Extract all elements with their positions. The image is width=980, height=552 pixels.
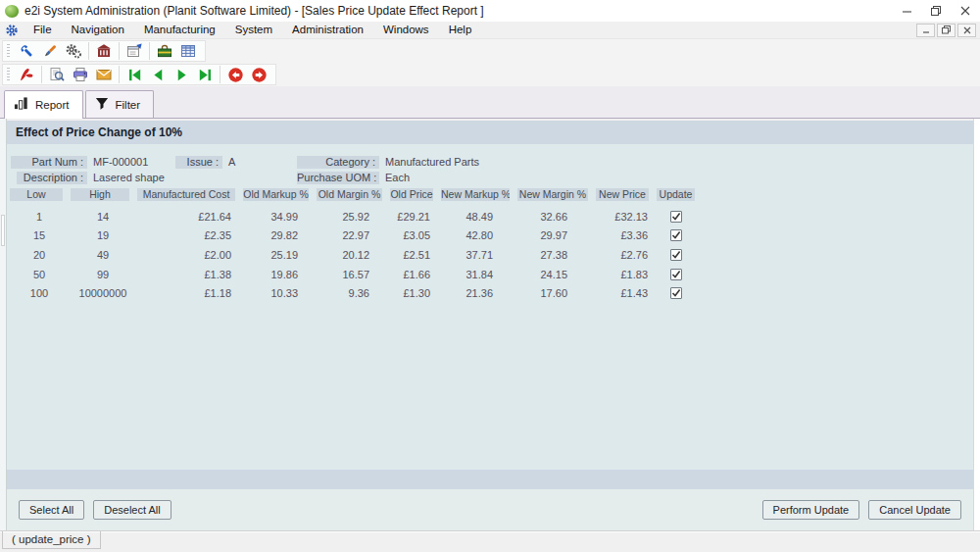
mdi-restore-button[interactable] xyxy=(937,24,956,37)
cell-low: 1 xyxy=(9,211,70,223)
tab-label: Report xyxy=(35,99,70,111)
menu-bar: File Navigation Manufacturing System Adm… xyxy=(0,22,980,39)
update-checkbox[interactable] xyxy=(670,249,682,261)
form-arrow-icon[interactable] xyxy=(122,41,146,61)
field-label-issue: Issue : xyxy=(175,156,222,169)
cancel-update-button[interactable]: Cancel Update xyxy=(868,500,961,520)
cell-new-margin: 29.97 xyxy=(516,229,595,241)
window-title: e2i System Administration (Planit Softwa… xyxy=(24,4,484,18)
cell-high: 19 xyxy=(70,229,136,241)
update-checkbox[interactable] xyxy=(670,287,682,299)
table-grid-icon[interactable] xyxy=(176,41,200,61)
column-header-manufactured-cost: Manufactured Cost xyxy=(137,188,235,201)
toolbar-gripper[interactable] xyxy=(7,68,10,82)
update-checkbox[interactable] xyxy=(670,269,682,280)
back-icon[interactable] xyxy=(223,65,247,84)
cell-old-markup: 25.19 xyxy=(242,249,316,261)
menu-help[interactable]: Help xyxy=(439,22,482,38)
factory-icon[interactable] xyxy=(92,41,116,61)
select-all-button[interactable]: Select All xyxy=(19,500,84,520)
column-header-old-markup: Old Markup % xyxy=(243,188,309,201)
cell-new-margin: 24.15 xyxy=(516,269,595,280)
cell-update xyxy=(656,211,697,223)
cell-old-margin: 22.97 xyxy=(316,229,389,241)
cell-old-margin: 25.92 xyxy=(316,211,389,223)
restore-button[interactable] xyxy=(921,0,951,22)
first-record-icon[interactable] xyxy=(122,65,146,84)
gears-icon[interactable] xyxy=(62,41,85,61)
window-controls xyxy=(892,0,980,22)
next-record-icon[interactable] xyxy=(170,65,193,84)
cell-low: 15 xyxy=(9,229,70,241)
cell-new-price: £1.83 xyxy=(595,269,656,280)
wrench-icon[interactable] xyxy=(15,41,38,61)
minimize-button[interactable] xyxy=(892,0,921,22)
cell-new-price: £32.13 xyxy=(595,211,656,223)
deselect-all-button[interactable]: Deselect All xyxy=(93,500,171,520)
cell-new-margin: 17.60 xyxy=(516,287,595,299)
forward-icon[interactable] xyxy=(247,65,270,84)
field-label-purchase-uom: Purchase UOM : xyxy=(297,172,379,184)
gear-icon[interactable] xyxy=(0,24,24,37)
cell-new-price: £1.43 xyxy=(595,287,656,299)
field-label-category: Category : xyxy=(297,156,379,169)
column-header-old-price: Old Price xyxy=(390,188,433,201)
tab-label: Filter xyxy=(116,99,141,111)
mdi-minimize-button[interactable] xyxy=(916,24,935,37)
cell-high: 14 xyxy=(70,211,136,223)
cell-low: 50 xyxy=(9,269,70,280)
print-preview-icon[interactable] xyxy=(45,65,69,84)
table-row: 50 99 £1.38 19.86 16.57 £1.66 31.84 24.1… xyxy=(9,265,699,284)
cell-old-price: £29.21 xyxy=(389,211,440,223)
tab-filter[interactable]: Filter xyxy=(85,90,155,118)
menu-navigation[interactable]: Navigation xyxy=(62,22,134,38)
cell-manufactured-cost: £21.64 xyxy=(136,211,242,223)
last-record-icon[interactable] xyxy=(193,65,217,84)
menu-system[interactable]: System xyxy=(225,22,282,38)
cell-manufactured-cost: £1.18 xyxy=(136,287,242,299)
close-button[interactable] xyxy=(951,0,980,22)
pen-icon[interactable] xyxy=(38,41,62,61)
splitter-grip[interactable] xyxy=(1,215,5,246)
print-icon[interactable] xyxy=(69,65,92,84)
cell-low: 20 xyxy=(9,249,70,261)
field-value-category: Manufactured Parts xyxy=(385,156,479,169)
toolbar-separator xyxy=(41,66,42,83)
toolbar-separator xyxy=(119,66,120,83)
cell-new-price: £2.76 xyxy=(595,249,656,261)
right-gutter xyxy=(973,119,980,530)
update-checkbox[interactable] xyxy=(670,229,682,241)
toolbar-separator xyxy=(88,42,89,60)
app-window: e2i System Administration (Planit Softwa… xyxy=(0,0,980,552)
cell-manufactured-cost: £1.38 xyxy=(136,269,242,280)
toolbox-icon[interactable] xyxy=(153,41,176,61)
mdi-window-controls xyxy=(916,24,980,37)
previous-record-icon[interactable] xyxy=(146,65,170,84)
splitter-handle[interactable] xyxy=(0,119,7,530)
menu-windows[interactable]: Windows xyxy=(373,22,439,38)
table-row: 100 10000000 £1.18 10.33 9.36 £1.30 21.3… xyxy=(9,283,699,303)
tab-report[interactable]: Report xyxy=(4,90,83,118)
column-header-new-markup: New Markup % xyxy=(441,188,510,201)
column-header-old-margin: Old Margin % xyxy=(317,188,382,201)
bar-chart-icon xyxy=(13,96,29,113)
table-body: 1 14 £21.64 34.99 25.92 £29.21 48.49 32.… xyxy=(9,207,699,303)
cell-manufactured-cost: £2.00 xyxy=(136,249,242,261)
pdf-export-icon[interactable] xyxy=(15,65,38,84)
title-bar: e2i System Administration (Planit Softwa… xyxy=(0,0,980,22)
menu-manufacturing[interactable]: Manufacturing xyxy=(134,22,225,38)
mdi-close-button[interactable] xyxy=(957,24,976,37)
update-checkbox[interactable] xyxy=(670,211,682,223)
table-row: 15 19 £2.35 29.82 22.97 £3.05 42.80 29.9… xyxy=(9,226,699,246)
toolbar-gripper[interactable] xyxy=(7,44,10,59)
cell-old-markup: 19.86 xyxy=(242,269,316,280)
toolbar-separator xyxy=(220,66,220,83)
toolbar-main xyxy=(0,39,980,63)
column-header-new-price: New Price xyxy=(596,188,649,201)
email-icon[interactable] xyxy=(92,65,116,84)
menu-file[interactable]: File xyxy=(24,22,62,38)
perform-update-button[interactable]: Perform Update xyxy=(762,500,860,520)
menu-administration[interactable]: Administration xyxy=(282,22,373,38)
cell-new-margin: 32.66 xyxy=(516,211,595,223)
cell-new-margin: 27.38 xyxy=(516,249,595,261)
